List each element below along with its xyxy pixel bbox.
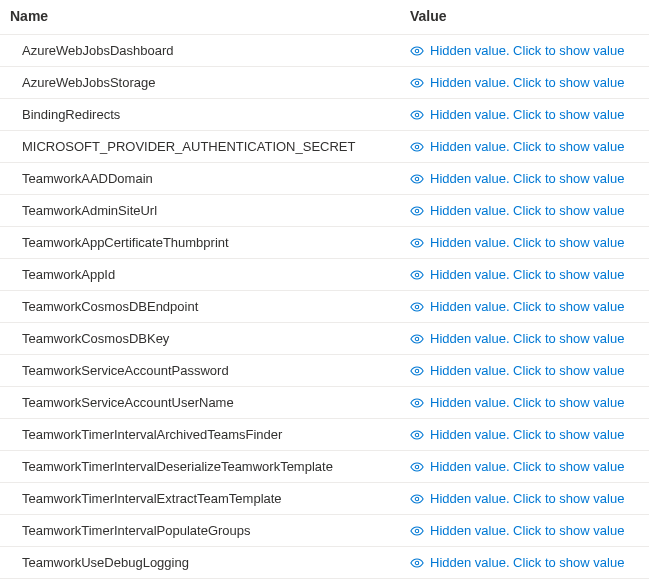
table-row[interactable]: BindingRedirectsHidden value. Click to s…: [0, 99, 649, 131]
hidden-value-label: Hidden value. Click to show value: [430, 395, 624, 410]
svg-point-14: [415, 497, 419, 501]
svg-point-12: [415, 433, 419, 437]
setting-name: TeamworkTimerIntervalExtractTeamTemplate: [22, 491, 410, 506]
table-row[interactable]: TeamworkTimerIntervalExtractTeamTemplate…: [0, 483, 649, 515]
svg-point-15: [415, 529, 419, 533]
table-row[interactable]: TeamworkAppIdHidden value. Click to show…: [0, 259, 649, 291]
svg-point-1: [415, 81, 419, 85]
app-settings-table: Name Value AzureWebJobsDashboardHidden v…: [0, 0, 649, 581]
hidden-value-label: Hidden value. Click to show value: [430, 75, 624, 90]
svg-point-7: [415, 273, 419, 277]
table-row[interactable]: TeamworkTimerIntervalDeserializeTeamwork…: [0, 451, 649, 483]
table-row[interactable]: TeamworkUseDebugLoggingHidden value. Cli…: [0, 547, 649, 579]
eye-icon: [410, 460, 424, 474]
eye-icon: [410, 236, 424, 250]
svg-point-0: [415, 49, 419, 53]
svg-point-16: [415, 561, 419, 565]
setting-name: AzureWebJobsStorage: [22, 75, 410, 90]
show-value-button[interactable]: Hidden value. Click to show value: [410, 171, 639, 186]
hidden-value-label: Hidden value. Click to show value: [430, 171, 624, 186]
svg-point-10: [415, 369, 419, 373]
svg-point-9: [415, 337, 419, 341]
setting-name: TeamworkServiceAccountPassword: [22, 363, 410, 378]
svg-point-11: [415, 401, 419, 405]
setting-name: TeamworkCosmosDBKey: [22, 331, 410, 346]
hidden-value-label: Hidden value. Click to show value: [430, 139, 624, 154]
setting-name: TeamworkServiceAccountUserName: [22, 395, 410, 410]
eye-icon: [410, 44, 424, 58]
show-value-button[interactable]: Hidden value. Click to show value: [410, 75, 639, 90]
svg-point-2: [415, 113, 419, 117]
eye-icon: [410, 524, 424, 538]
eye-icon: [410, 428, 424, 442]
eye-icon: [410, 492, 424, 506]
svg-point-6: [415, 241, 419, 245]
setting-name: TeamworkAppId: [22, 267, 410, 282]
show-value-button[interactable]: Hidden value. Click to show value: [410, 395, 639, 410]
table-row[interactable]: MICROSOFT_PROVIDER_AUTHENTICATION_SECRET…: [0, 131, 649, 163]
table-row[interactable]: TeamworkCosmosDBKeyHidden value. Click t…: [0, 323, 649, 355]
table-row[interactable]: TeamworkTimerIntervalPopulateGroupsHidde…: [0, 515, 649, 547]
show-value-button[interactable]: Hidden value. Click to show value: [410, 427, 639, 442]
table-row[interactable]: TeamworkAADDomainHidden value. Click to …: [0, 163, 649, 195]
show-value-button[interactable]: Hidden value. Click to show value: [410, 555, 639, 570]
column-header-value[interactable]: Value: [410, 8, 639, 24]
column-header-name[interactable]: Name: [10, 8, 410, 24]
setting-name: BindingRedirects: [22, 107, 410, 122]
table-body: AzureWebJobsDashboardHidden value. Click…: [0, 35, 649, 581]
setting-name: TeamworkUseDebugLogging: [22, 555, 410, 570]
hidden-value-label: Hidden value. Click to show value: [430, 555, 624, 570]
eye-icon: [410, 76, 424, 90]
hidden-value-label: Hidden value. Click to show value: [430, 459, 624, 474]
eye-icon: [410, 108, 424, 122]
table-row[interactable]: TeamworkAdminSiteUrlHidden value. Click …: [0, 195, 649, 227]
show-value-button[interactable]: Hidden value. Click to show value: [410, 107, 639, 122]
show-value-button[interactable]: Hidden value. Click to show value: [410, 203, 639, 218]
show-value-button[interactable]: Hidden value. Click to show value: [410, 459, 639, 474]
hidden-value-label: Hidden value. Click to show value: [430, 267, 624, 282]
hidden-value-label: Hidden value. Click to show value: [430, 43, 624, 58]
eye-icon: [410, 364, 424, 378]
show-value-button[interactable]: Hidden value. Click to show value: [410, 363, 639, 378]
show-value-button[interactable]: Hidden value. Click to show value: [410, 331, 639, 346]
eye-icon: [410, 300, 424, 314]
hidden-value-label: Hidden value. Click to show value: [430, 203, 624, 218]
table-row[interactable]: TeamworkTimerIntervalArchivedTeamsFinder…: [0, 419, 649, 451]
table-row[interactable]: TeamworkServiceAccountUserNameHidden val…: [0, 387, 649, 419]
table-row[interactable]: AzureWebJobsStorageHidden value. Click t…: [0, 67, 649, 99]
hidden-value-label: Hidden value. Click to show value: [430, 331, 624, 346]
setting-name: TeamworkAdminSiteUrl: [22, 203, 410, 218]
table-row[interactable]: AzureWebJobsDashboardHidden value. Click…: [0, 35, 649, 67]
show-value-button[interactable]: Hidden value. Click to show value: [410, 299, 639, 314]
svg-point-5: [415, 209, 419, 213]
eye-icon: [410, 556, 424, 570]
eye-icon: [410, 396, 424, 410]
svg-point-4: [415, 177, 419, 181]
setting-name: MICROSOFT_PROVIDER_AUTHENTICATION_SECRET: [22, 139, 410, 154]
table-row[interactable]: TeamworkAppCertificateThumbprintHidden v…: [0, 227, 649, 259]
show-value-button[interactable]: Hidden value. Click to show value: [410, 267, 639, 282]
eye-icon: [410, 332, 424, 346]
hidden-value-label: Hidden value. Click to show value: [430, 427, 624, 442]
show-value-button[interactable]: Hidden value. Click to show value: [410, 523, 639, 538]
show-value-button[interactable]: Hidden value. Click to show value: [410, 43, 639, 58]
setting-name: TeamworkTimerIntervalArchivedTeamsFinder: [22, 427, 410, 442]
hidden-value-label: Hidden value. Click to show value: [430, 107, 624, 122]
table-row[interactable]: TeamworkServiceAccountPasswordHidden val…: [0, 355, 649, 387]
show-value-button[interactable]: Hidden value. Click to show value: [410, 139, 639, 154]
eye-icon: [410, 268, 424, 282]
setting-name: TeamworkTimerIntervalDeserializeTeamwork…: [22, 459, 410, 474]
table-header-row: Name Value: [0, 0, 649, 35]
hidden-value-label: Hidden value. Click to show value: [430, 523, 624, 538]
hidden-value-label: Hidden value. Click to show value: [430, 363, 624, 378]
eye-icon: [410, 172, 424, 186]
show-value-button[interactable]: Hidden value. Click to show value: [410, 235, 639, 250]
setting-name: TeamworkAADDomain: [22, 171, 410, 186]
table-row[interactable]: TeamworkCosmosDBEndpointHidden value. Cl…: [0, 291, 649, 323]
svg-point-13: [415, 465, 419, 469]
svg-point-3: [415, 145, 419, 149]
hidden-value-label: Hidden value. Click to show value: [430, 235, 624, 250]
svg-point-8: [415, 305, 419, 309]
show-value-button[interactable]: Hidden value. Click to show value: [410, 491, 639, 506]
setting-name: TeamworkTimerIntervalPopulateGroups: [22, 523, 410, 538]
